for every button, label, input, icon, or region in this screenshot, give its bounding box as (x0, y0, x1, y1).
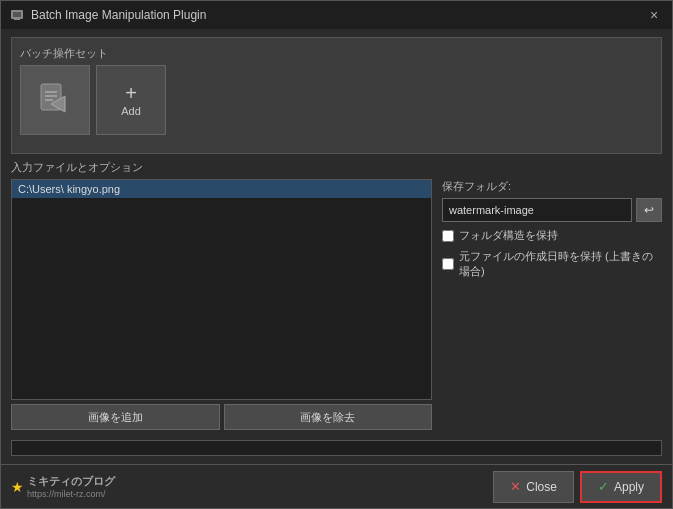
input-section: 入力ファイルとオプション C:\Users\ kingyo.png 画像を追加 … (11, 160, 662, 430)
batch-items-container: + Add (20, 65, 653, 145)
preserve-folder-checkbox[interactable] (442, 230, 454, 242)
save-folder-input-row: ↩ (442, 198, 662, 222)
folder-browse-button[interactable]: ↩ (636, 198, 662, 222)
apply-check-icon: ✓ (598, 479, 609, 494)
add-label: Add (121, 105, 141, 117)
save-folder-input[interactable] (442, 198, 632, 222)
batch-section: バッチ操作セット + Add (11, 37, 662, 154)
window-title: Batch Image Manipulation Plugin (31, 8, 206, 22)
close-label: Close (526, 480, 557, 494)
svg-rect-2 (14, 19, 20, 20)
preserve-date-checkbox-row: 元ファイルの作成日時を保持 (上書きの場合) (442, 249, 662, 279)
footer-site-info: ミキティのブログ https://milet-rz.com/ (27, 474, 115, 499)
preserve-folder-checkbox-row: フォルダ構造を保持 (442, 228, 662, 243)
footer-left: ★ ミキティのブログ https://milet-rz.com/ (11, 474, 115, 499)
file-list[interactable]: C:\Users\ kingyo.png (11, 179, 432, 400)
apply-button[interactable]: ✓ Apply (580, 471, 662, 503)
star-icon: ★ (11, 479, 24, 495)
title-bar: Batch Image Manipulation Plugin × (1, 1, 672, 29)
batch-section-label: バッチ操作セット (20, 46, 653, 61)
close-button[interactable]: ✕ Close (493, 471, 574, 503)
batch-item-existing[interactable] (20, 65, 90, 135)
footer-logo: ★ ミキティのブログ https://milet-rz.com/ (11, 474, 115, 499)
content-area: バッチ操作セット + Add (1, 29, 672, 464)
file-list-container: C:\Users\ kingyo.png 画像を追加 画像を除去 (11, 179, 432, 430)
title-bar-left: Batch Image Manipulation Plugin (9, 7, 206, 23)
preserve-date-checkbox[interactable] (442, 258, 454, 270)
file-action-buttons: 画像を追加 画像を除去 (11, 404, 432, 430)
save-folder-label: 保存フォルダ: (442, 179, 662, 194)
app-icon (9, 7, 25, 23)
add-batch-item-button[interactable]: + Add (96, 65, 166, 135)
apply-label: Apply (614, 480, 644, 494)
footer-buttons: ✕ Close ✓ Apply (493, 471, 662, 503)
close-window-button[interactable]: × (644, 5, 664, 25)
preserve-date-label: 元ファイルの作成日時を保持 (上書きの場合) (459, 249, 662, 279)
right-options: 保存フォルダ: ↩ フォルダ構造を保持 元ファイルの作成日時を保持 (上書きの場… (442, 179, 662, 430)
progress-bar-container (11, 440, 662, 456)
save-folder-row: 保存フォルダ: ↩ (442, 179, 662, 222)
file-list-item[interactable]: C:\Users\ kingyo.png (12, 180, 431, 198)
footer-url: https://milet-rz.com/ (27, 489, 115, 499)
preserve-folder-label: フォルダ構造を保持 (459, 228, 558, 243)
footer: ★ ミキティのブログ https://milet-rz.com/ ✕ Close… (1, 464, 672, 508)
svg-rect-1 (13, 12, 21, 17)
add-plus-icon: + (125, 83, 137, 103)
input-section-label: 入力ファイルとオプション (11, 160, 662, 175)
close-x-icon: ✕ (510, 479, 521, 494)
input-content: C:\Users\ kingyo.png 画像を追加 画像を除去 保存フォルダ: (11, 179, 662, 430)
footer-site-name: ミキティのブログ (27, 474, 115, 489)
remove-image-button[interactable]: 画像を除去 (224, 404, 433, 430)
add-image-button[interactable]: 画像を追加 (11, 404, 220, 430)
main-window: Batch Image Manipulation Plugin × バッチ操作セ… (0, 0, 673, 509)
